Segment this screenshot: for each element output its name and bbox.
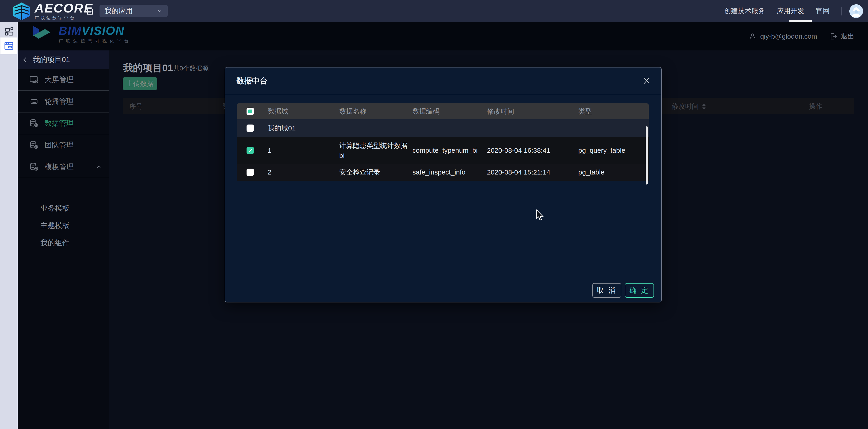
row-checkbox-checked[interactable] [247,147,254,154]
screen-gear-icon [30,75,39,84]
top-nav: 创建技术服务 应用开发 官网 [724,0,868,22]
sidebar-item-carousel-management[interactable]: 轮播管理 [18,91,109,113]
user-icon [749,32,756,40]
row-modified: 2020-08-04 16:38:41 [487,147,550,154]
row-type: pg_query_table [578,147,625,154]
rail-item-dashboard-selected[interactable] [0,37,17,54]
sidebar-item-template-management[interactable]: 模板管理 [18,156,109,178]
table-row[interactable]: 1 计算隐患类型统计数据bi compute_typenum_bi 2020-0… [237,137,649,164]
project-title: 我的项目01 [33,55,70,65]
row-name: 计算隐患类型统计数据bi [339,141,411,160]
row-modified: 2020-08-04 15:21:14 [487,168,550,176]
sidebar-item-label: 轮播管理 [44,97,73,106]
sidebar-submenu: 业务模板 主题模板 我的组件 [18,200,109,251]
row-code: compute_typenum_bi [412,147,477,154]
sidebar: 我的项目01 大屏管理 [18,51,109,429]
header-modified: 修改时间 [487,107,514,116]
close-icon[interactable] [643,76,651,85]
modal-table: 数据域 数据名称 数据编码 修改时间 类型 我的域01 [237,103,649,181]
datasource-count: 共0个数据源 [173,64,209,73]
app-select-value: 我的应用 [104,6,133,16]
header-data-domain: 数据域 [268,107,288,116]
row-code: safe_inspect_info [412,168,466,176]
application-root: AECORE 广联达数字中台 我的应用 创建技术服务 应用开发 官网 [0,0,868,429]
sidebar-subitem-business-template[interactable]: 业务模板 [18,200,109,217]
nav-divider [841,7,842,16]
home-icon[interactable] [85,6,95,16]
sidebar-menu: 大屏管理 轮播管理 [18,69,109,178]
modal-title: 数据中台 [237,76,268,86]
column-modified[interactable]: 修改时间 [672,102,707,111]
row-seq: 2 [268,168,272,176]
logout-button[interactable]: 退出 [841,32,855,41]
row-checkbox[interactable] [247,168,254,176]
select-all-checkbox[interactable] [247,108,254,115]
confirm-button[interactable]: 确 定 [625,283,654,298]
mouse-cursor [536,210,546,221]
cancel-button[interactable]: 取 消 [592,283,621,298]
modal-footer: 取 消 确 定 [225,278,661,302]
sidebar-item-label: 团队管理 [44,140,73,150]
left-icon-rail [0,22,18,429]
sidebar-subitem-my-components[interactable]: 我的组件 [18,234,109,251]
header-data-code: 数据编码 [412,107,440,116]
user-avatar[interactable] [849,4,863,18]
aecore-logo-icon [12,2,31,21]
page-title: 我的项目01 [123,61,173,74]
product-header: BIMVISION 广联达信息可视化平台 qiy-b@glodon.com 退出 [18,22,868,51]
active-tab-underline [789,20,812,22]
chevron-left-icon [22,56,29,63]
sidebar-item-label: 大屏管理 [44,75,73,85]
bimvision-wordmark: BIMVISION [59,25,131,37]
apps-grid-icon[interactable] [5,27,13,36]
database-gear-icon [30,119,39,128]
sidebar-project-header[interactable]: 我的项目01 [18,51,109,69]
aecore-logo: AECORE 广联达数字中台 [12,2,93,21]
modal-header: 数据中台 [225,67,661,94]
user-email[interactable]: qiy-b@glodon.com [760,32,817,40]
row-name: 安全检查记录 [339,167,380,177]
table-scrollbar[interactable] [646,126,648,184]
upload-data-button[interactable]: 上传数据 [123,77,157,90]
top-bar: AECORE 广联达数字中台 我的应用 创建技术服务 应用开发 官网 [0,0,868,22]
sidebar-item-label: 数据管理 [44,118,73,128]
header-type: 类型 [578,107,592,116]
sidebar-item-team-management[interactable]: 团队管理 [18,134,109,156]
row-type: pg_table [578,168,604,176]
logout-icon[interactable] [830,32,838,40]
brand-tagline: 广联达数字中台 [35,15,93,21]
column-seq: 序号 [129,102,143,111]
table-row[interactable]: 2 安全检查记录 safe_inspect_info 2020-08-04 15… [237,164,649,181]
bimvision-logo: BIMVISION 广联达信息可视化平台 [31,25,131,44]
sidebar-item-data-management[interactable]: 数据管理 [18,113,109,134]
caret-up-icon [96,164,102,170]
group-label: 我的域01 [268,124,296,133]
nav-app-development[interactable]: 应用开发 [777,6,804,16]
database-gear-icon [30,162,39,172]
nav-official-site[interactable]: 官网 [816,6,830,16]
nav-create-tech-service[interactable]: 创建技术服务 [724,6,765,16]
user-area: qiy-b@glodon.com 退出 [749,22,855,51]
sort-icon[interactable] [702,103,707,110]
chevron-down-icon [157,8,163,14]
bimvision-tagline: 广联达信息可视化平台 [59,38,131,44]
data-platform-modal: 数据中台 数据域 数据名称 数据编码 修改时间 类型 [225,67,662,302]
sidebar-item-screen-management[interactable]: 大屏管理 [18,69,109,91]
app-select-dropdown[interactable]: 我的应用 [99,5,168,17]
row-seq: 1 [268,147,272,154]
group-checkbox[interactable] [247,124,254,132]
sidebar-item-label: 模板管理 [44,162,73,172]
column-actions: 操作 [809,102,823,111]
database-gear-icon [30,141,39,150]
modal-table-header: 数据域 数据名称 数据编码 修改时间 类型 [237,103,649,119]
sidebar-subitem-theme-template[interactable]: 主题模板 [18,217,109,234]
header-data-name: 数据名称 [339,106,367,116]
brand-name: AECORE [35,2,93,14]
carousel-icon [30,97,39,106]
table-group-row[interactable]: 我的域01 [237,119,649,137]
bimvision-logo-icon [31,25,55,44]
